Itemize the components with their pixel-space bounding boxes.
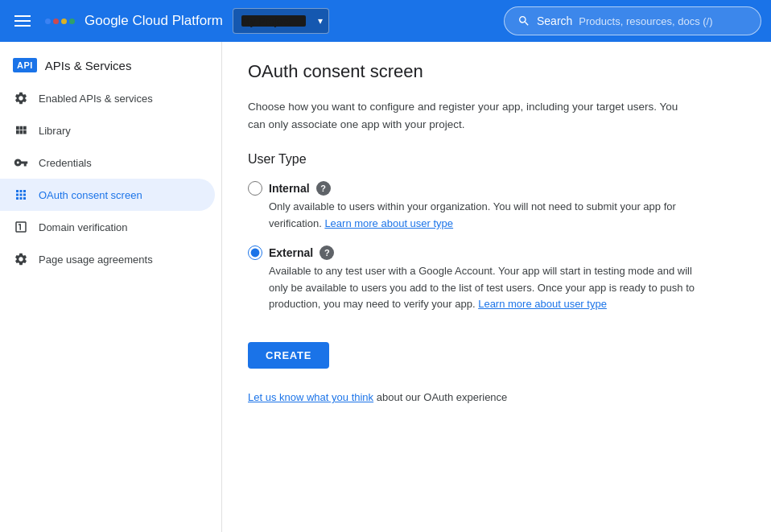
external-help-icon[interactable]: ? <box>320 245 334 260</box>
project-selector[interactable]: My Project ▾ <box>233 8 329 34</box>
hamburger-button[interactable] <box>10 10 35 31</box>
create-button[interactable]: CREATE <box>248 342 329 369</box>
sidebar-item-oauth-consent[interactable]: OAuth consent screen <box>0 179 215 211</box>
sidebar: API APIs & Services Enabled APIs & servi… <box>0 42 222 532</box>
gear-icon <box>13 90 29 106</box>
external-label[interactable]: External <box>269 246 313 259</box>
page-title: OAuth consent screen <box>248 61 745 82</box>
feedback-link[interactable]: Let us know what you think <box>248 391 373 403</box>
apps-icon <box>13 187 29 203</box>
external-learn-more-link[interactable]: Learn more about user type <box>478 298 607 310</box>
subtitle: Choose how you want to configure and reg… <box>248 98 682 133</box>
search-label: Search <box>537 14 572 27</box>
sidebar-item-enabled-apis-label: Enabled APIs & services <box>39 93 153 105</box>
logo-dots <box>45 19 75 24</box>
external-option: External ? Available to any test user wi… <box>248 245 745 313</box>
sidebar-item-domain-verification-label: Domain verification <box>39 221 128 233</box>
search-icon <box>517 14 530 27</box>
sidebar-item-enabled-apis[interactable]: Enabled APIs & services <box>0 82 215 114</box>
search-hint: Products, resources, docs (/) <box>579 15 712 27</box>
external-radio[interactable] <box>248 245 262 260</box>
sidebar-item-library-label: Library <box>39 125 71 137</box>
internal-radio[interactable] <box>248 181 262 196</box>
sidebar-item-page-usage-label: Page usage agreements <box>39 254 153 266</box>
sidebar-item-oauth-consent-label: OAuth consent screen <box>39 189 142 201</box>
external-description: Available to any test user with a Google… <box>248 263 699 313</box>
api-badge: API <box>13 58 37 72</box>
library-icon <box>13 122 29 138</box>
feedback-row: Let us know what you think about our OAu… <box>248 391 745 403</box>
page-usage-icon <box>13 251 29 267</box>
key-icon <box>13 155 29 171</box>
sidebar-item-page-usage[interactable]: Page usage agreements <box>0 243 215 275</box>
domain-icon <box>13 219 29 235</box>
internal-help-icon[interactable]: ? <box>316 181 331 196</box>
top-nav: Google Cloud Platform My Project ▾ Searc… <box>0 0 771 42</box>
user-type-heading: User Type <box>248 152 745 167</box>
sidebar-item-credentials-label: Credentials <box>39 157 92 169</box>
main-content: OAuth consent screen Choose how you want… <box>222 42 771 532</box>
sidebar-item-credentials[interactable]: Credentials <box>0 146 215 179</box>
search-bar[interactable]: Search Products, resources, docs (/) <box>504 6 761 35</box>
brand-label: Google Cloud Platform <box>85 13 223 29</box>
internal-description: Only available to users within your orga… <box>248 199 699 233</box>
chevron-down-icon: ▾ <box>318 15 323 27</box>
sidebar-title: APIs & Services <box>45 59 132 72</box>
sidebar-item-library[interactable]: Library <box>0 114 215 146</box>
internal-option: Internal ? Only available to users withi… <box>248 181 745 233</box>
sidebar-header: API APIs & Services <box>0 52 221 82</box>
internal-label[interactable]: Internal <box>269 182 310 195</box>
sidebar-item-domain-verification[interactable]: Domain verification <box>0 211 215 243</box>
internal-learn-more-link[interactable]: Learn more about user type <box>324 217 453 229</box>
